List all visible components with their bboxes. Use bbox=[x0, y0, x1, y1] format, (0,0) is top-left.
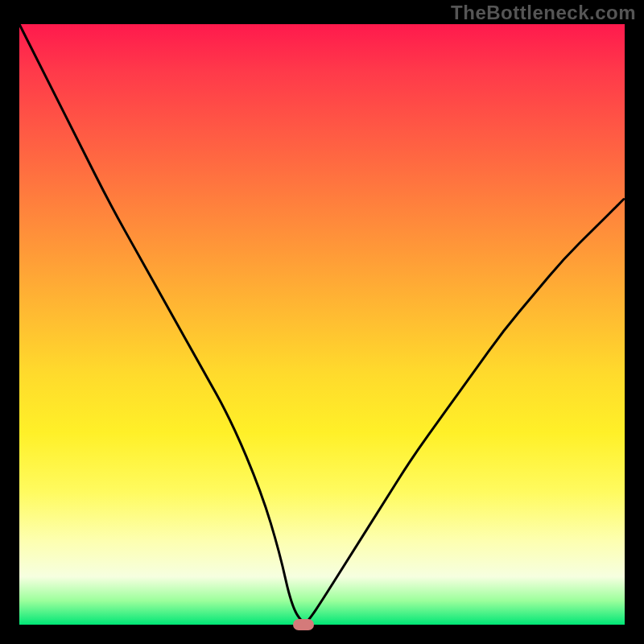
optimum-marker bbox=[293, 619, 314, 630]
plot-area bbox=[19, 24, 625, 625]
watermark-text: TheBottleneck.com bbox=[451, 2, 636, 24]
chart-frame: TheBottleneck.com bbox=[0, 0, 644, 644]
curve-svg bbox=[19, 24, 625, 625]
bottleneck-curve bbox=[19, 24, 625, 622]
